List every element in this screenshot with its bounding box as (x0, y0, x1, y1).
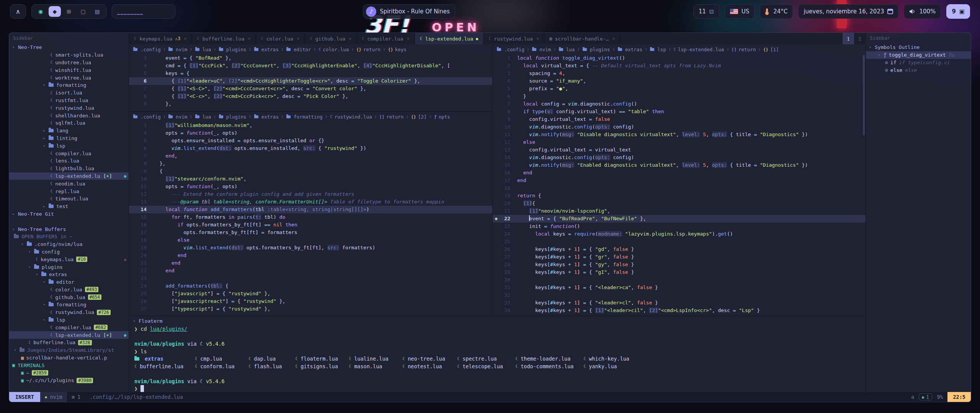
workspace-button-2[interactable]: ◆ (49, 6, 61, 17)
code-line[interactable]: ◉22 event = { "BufReadPre", "BufNewFile"… (493, 215, 866, 223)
breadcrumb-item[interactable]: []return (379, 114, 403, 120)
code-line[interactable]: 18 else (129, 236, 492, 244)
tree-row-repl-lua[interactable]: ☾repl.lua (9, 187, 129, 195)
breadcrumb-item[interactable]: plugins (582, 47, 610, 52)
tree-row-color-lua[interactable]: ☾color.lua#493 (9, 286, 129, 294)
tabpage-2[interactable]: 2 (854, 33, 866, 44)
code-line[interactable]: 2 local virtual_text = { -- Default virt… (493, 62, 866, 70)
code-line[interactable]: 7 local config = vim.diagnostic.config() (493, 100, 866, 108)
breadcrumb-item[interactable]: formatting (286, 114, 322, 120)
tree-row-if[interactable]: ⊙ifif type(config.vi (866, 59, 971, 67)
code-line[interactable]: 26 ["javascriptreact"] = { "rustywind" }… (129, 298, 492, 305)
updates-widget[interactable]: 11 ⊡ (693, 4, 719, 19)
tree-row-rustywind-lua[interactable]: ☾rustywind.lua#726 (9, 309, 129, 316)
code-line[interactable]: 6 vim.list_extend(dst: opts.ensure_insta… (129, 145, 492, 152)
code-line[interactable]: 11 opts = function(_, opts) (129, 183, 492, 190)
tree-row-juegos-indies-steamlibrary-st[interactable]: ▾Juegos/Indies/SteamLibrary/st (9, 346, 129, 354)
pane-scrollbar[interactable] (863, 55, 865, 135)
tab-bufferline-lua[interactable]: ☾bufferline.lua× (192, 33, 256, 44)
tree-row-test[interactable]: ▸test (9, 203, 129, 210)
tree-row-lens-lua[interactable]: ☾lens.lua (9, 157, 129, 165)
breadcrumb-item[interactable]: ☾rustywind.lua (330, 114, 372, 120)
breadcrumb-item[interactable]: nvim (168, 114, 187, 120)
tab-github-lua[interactable]: ☾github.lua× (305, 33, 357, 44)
tree-row-shellharden-lua[interactable]: ☾shellharden.lua (9, 112, 129, 119)
breadcrumb-item[interactable]: extras (254, 47, 279, 52)
tree-row-compiler-lua[interactable]: ☾compiler.lua (9, 150, 129, 157)
editor-pane-lsp-extended-lua[interactable]: .config❯nvim❯lua❯plugins❯extras❯lsp❯☾lsp… (493, 44, 866, 316)
code-line[interactable]: 24 local keys = require(modname: "lazyvi… (493, 230, 866, 238)
code-line[interactable]: 8 { [1]"<C-c>", [2]"<cmd>CccPick<cr>", d… (129, 93, 492, 100)
tree-row-undotree-lua[interactable]: ☾undotree.lua (9, 59, 129, 67)
tree-row-keymaps-lua[interactable]: ☾keymaps.lua#10⚠ (9, 255, 129, 263)
code-line[interactable]: 9 { (129, 167, 492, 175)
code-line[interactable]: 27 keys[#keys + 1] = { "gr", false } (493, 253, 866, 261)
code-line[interactable]: 13 ---@param tbl table<string, conform.F… (129, 198, 492, 206)
code-line[interactable]: 6 { [1]"<leader>uC", [2]"<cmd>CccHighlig… (129, 77, 492, 85)
tree-row-worktree-lua[interactable]: ☾worktree.lua (9, 74, 129, 81)
code-line[interactable]: 15 vim.notify(msg: "Enabled diagnostics … (493, 161, 866, 169)
code-line[interactable]: 10 [1]"stevearc/conform.nvim", (129, 175, 492, 183)
code-line[interactable]: 19return { (493, 192, 866, 200)
tree-row-plugins[interactable]: ▾plugins (9, 263, 129, 271)
workspace-button-1[interactable]: ◉ (34, 6, 47, 17)
code-line[interactable]: 5 prefix = "●", (493, 85, 866, 93)
code-line[interactable]: 4 opts = function(_, opts) (129, 129, 492, 137)
code-line[interactable]: 6 } (493, 93, 866, 100)
tab-rustywind-lua[interactable]: ☾rustywind.lua× (483, 33, 544, 44)
sidebar-section-neo-tree-git[interactable]: ▸Neo-Tree Git (9, 210, 129, 218)
media-player-widget[interactable]: ♪ Spiritbox - Rule Of Nines (363, 4, 455, 19)
breadcrumb-item[interactable]: .config (497, 47, 524, 52)
code-line[interactable]: 12 else (493, 138, 866, 146)
breadcrumb-item[interactable]: extras (617, 47, 642, 52)
code-line[interactable]: 5 keys = { (129, 70, 492, 77)
code-line[interactable]: 26 keys[#keys + 1] = { "gd", false } (493, 246, 866, 253)
code-line[interactable]: 14 local function add_formatters(tbl :ta… (129, 206, 492, 213)
tab-close-button[interactable]: × (184, 36, 186, 41)
breadcrumb-item[interactable]: ☾color.lua (318, 47, 349, 52)
code-line[interactable]: 10 vim.diagnostic.config(opts: config) (493, 123, 866, 131)
code-line[interactable]: 16 if opts.formatters_by_ft[ft] == nil t… (129, 221, 492, 229)
tabpage-1[interactable]: 1 (843, 33, 854, 44)
tree-row-timeout-lua[interactable]: ☾timeout.lua (9, 195, 129, 203)
tree-row-else[interactable]: ⊙elseelse (866, 66, 971, 74)
sidebar-section-symbols-outline[interactable]: ▾Symbols Outline (866, 44, 971, 51)
tab-close-button[interactable]: × (407, 36, 409, 41)
code-line[interactable]: 21 end (129, 259, 492, 267)
code-line[interactable]: 27 ["typescript"] = { "rustywind" }, (129, 305, 492, 313)
code-line[interactable]: 30 (493, 276, 866, 284)
tree-row-winshift-lua[interactable]: ☾winshift.lua (9, 66, 129, 74)
code-line[interactable]: 3 [1]"williamboman/mason.nvim", (129, 122, 492, 129)
tree-row-lsp[interactable]: ▾lsp (9, 316, 129, 324)
tree-row-lsp-extended-lu[interactable]: ☾lsp-extended.lu [+]◉ (9, 172, 129, 180)
breadcrumb-item[interactable]: []return (732, 47, 756, 52)
volume-widget[interactable]: 100% (904, 4, 941, 19)
code-line[interactable]: 7 end, (129, 152, 492, 160)
code-line[interactable]: 28 keys[#keys + 1] = { "gy", false } (493, 261, 866, 268)
code-line[interactable]: 8 if type(v: config.virtual_text) == "ta… (493, 108, 866, 115)
tree-row-open-buffers-in-[interactable]: OPEN BUFFERS in ~ (9, 233, 129, 241)
code-line[interactable]: 19 vim.list_extend(dst: opts.formatters_… (129, 244, 492, 252)
tree-row-neodim-lua[interactable]: ☾neodim.lua (9, 180, 129, 187)
tree-row-smart-splits-lua[interactable]: ☾smart-splits.lua (9, 51, 129, 59)
tree-row-sqlfmt-lua[interactable]: ☾sqlfmt.lua (9, 119, 129, 127)
code-line[interactable]: 25 ["javascript"] = { "rustywind" }, (129, 290, 492, 298)
code-line[interactable]: 17end (493, 177, 866, 184)
code-line[interactable]: 23 init = function() (493, 223, 866, 230)
workspace-button-5[interactable]: ▤ (91, 6, 103, 17)
code-line[interactable]: 24 add_formatters(tbl: { (129, 282, 492, 290)
code-line[interactable]: 16 end (493, 169, 866, 177)
code-line[interactable]: 14 vim.diagnostic.config(opts: config) (493, 154, 866, 161)
breadcrumb-item[interactable]: ☾lsp-extended.lua (673, 47, 724, 52)
breadcrumb-item[interactable]: lua (559, 47, 575, 52)
tab-scrollbar-handle-[interactable]: ▦scrollbar-handle-…× (544, 33, 620, 44)
sidebar-section-neo-tree[interactable]: ▾Neo-Tree (9, 44, 129, 51)
tree-row-extras[interactable]: ▾extras (9, 271, 129, 278)
breadcrumb-item[interactable]: plugins (219, 47, 247, 52)
keyboard-layout-widget[interactable]: US (725, 4, 755, 19)
tree-row-lang[interactable]: ▸lang (9, 127, 129, 135)
tree-row-lsp-extended-lu[interactable]: ☾lsp-extended.lu [+]◉ (9, 331, 129, 339)
tab-close-button[interactable]: × (248, 36, 250, 41)
breadcrumb-item[interactable]: lua (195, 114, 211, 120)
tree-row-lsp[interactable]: ▾lsp (9, 142, 129, 150)
